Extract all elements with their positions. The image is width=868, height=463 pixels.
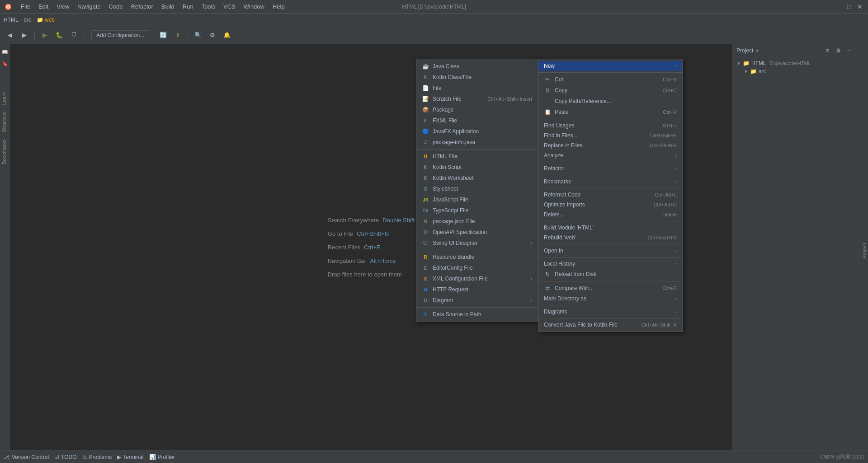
panel-minimize-button[interactable]: ─	[844, 46, 854, 55]
bottom-profiler[interactable]: 📊 Profiler	[149, 454, 175, 460]
ctx-rebuild-web[interactable]: Rebuild 'web' Ctrl+Shift+F9	[538, 233, 682, 243]
toolbar-coverage-button[interactable]: ⛉	[67, 29, 80, 42]
ctx-new[interactable]: New ›	[538, 61, 682, 71]
tree-item-src[interactable]: ▼ 📁 src	[733, 67, 868, 75]
ctx-find-in-files[interactable]: Find in Files... Ctrl+Shift+F	[538, 131, 682, 140]
panel-collapse-all-button[interactable]: ≡	[823, 46, 832, 55]
menu-window[interactable]: Window	[240, 2, 268, 11]
menu-edit[interactable]: Edit	[35, 2, 52, 11]
menu-build[interactable]: Build	[158, 2, 178, 11]
ctx-copy-path[interactable]: Copy Path/Reference...	[538, 96, 682, 107]
ctx-reload-from-disk[interactable]: ↻ Reload from Disk	[538, 269, 682, 280]
ctx-openapi[interactable]: ⚙ OpenAPI Specification	[416, 227, 538, 238]
ctx-kotlin-worksheet[interactable]: K Kotlin Worksheet	[416, 173, 538, 183]
ctx-copy[interactable]: ⎘ Copy Ctrl+C	[538, 85, 682, 96]
ctx-file[interactable]: 📄 File	[416, 83, 538, 94]
ctx-package-info-label: package-info.java	[433, 139, 532, 145]
ctx-swing-ui[interactable]: UI Swing UI Designer ›	[416, 238, 538, 248]
ctx-find-usages[interactable]: Find Usages Alt+F7	[538, 121, 682, 131]
maximize-button[interactable]: □	[845, 3, 853, 10]
menu-code[interactable]: Code	[105, 2, 127, 11]
learn-label[interactable]: Learn	[0, 89, 10, 108]
javafx-icon: 🔵	[422, 128, 429, 135]
tree-item-html-root[interactable]: ▼ 📁 HTML D:\javacode\HTML	[733, 59, 868, 67]
toolbar-forward-button[interactable]: ▶	[18, 29, 31, 42]
toolbar-settings-button[interactable]: ⚙	[206, 29, 219, 42]
panel-dropdown-icon[interactable]: ▼	[755, 48, 760, 53]
menu-tools[interactable]: Tools	[198, 2, 219, 11]
toolbar-notifications-button[interactable]: 🔔	[221, 29, 233, 42]
ctx-resource-bundle[interactable]: R Resource Bundle	[416, 252, 538, 262]
ctx-replace-in-files[interactable]: Replace in Files... Ctrl+Shift+R	[538, 140, 682, 150]
ctx-scratch-file[interactable]: 📝 Scratch File Ctrl+Alt+Shift+Insert	[416, 94, 538, 104]
project-vertical-label[interactable]: Project	[862, 243, 867, 258]
diagrams-arrow-icon: ›	[675, 309, 677, 315]
toolbar-back-button[interactable]: ◀	[4, 29, 16, 42]
menu-help[interactable]: Help	[269, 2, 288, 11]
context-menu-new: ☕ Java Class K Kotlin Class/File 📄 File …	[416, 59, 538, 322]
ctx-diagrams[interactable]: Diagrams ›	[538, 307, 682, 317]
ctx-bookmarks[interactable]: Bookmarks ›	[538, 177, 682, 187]
ctx-data-source-path[interactable]: ⊞ Data Source in Path	[416, 309, 538, 320]
ctx-paste[interactable]: 📋 Paste Ctrl+V	[538, 107, 682, 117]
menu-run[interactable]: Run	[179, 2, 197, 11]
toolbar-vcs-button[interactable]: ⬆	[171, 29, 184, 42]
diagram-icon: D	[422, 297, 429, 304]
ctx-java-class[interactable]: ☕ Java Class	[416, 61, 538, 72]
ctx-kotlin-script[interactable]: K Kotlin Script	[416, 162, 538, 173]
ctx-compare-with[interactable]: ⇄ Compare With... Ctrl+D	[538, 283, 682, 294]
left-sidebar-icon-2[interactable]: 🔖	[1, 60, 9, 68]
ctx-kotlin-class[interactable]: K Kotlin Class/File	[416, 72, 538, 83]
close-button[interactable]: ✕	[856, 3, 863, 10]
toolbar-update-button[interactable]: 🔄	[157, 29, 170, 42]
ctx-js-file[interactable]: JS JavaScript File	[416, 194, 538, 205]
ctx-editorconfig[interactable]: E EditorConfig File	[416, 262, 538, 273]
toolbar-run-button[interactable]: ▶	[38, 29, 51, 42]
add-configuration-button[interactable]: Add Configuration...	[91, 30, 149, 40]
breadcrumb-web[interactable]: 📁 web	[37, 17, 55, 23]
ctx-package[interactable]: 📦 Package	[416, 104, 538, 115]
breadcrumb-src[interactable]: src	[24, 17, 31, 23]
ctx-local-history[interactable]: Local History ›	[538, 259, 682, 269]
panel-settings-button[interactable]: ⚙	[834, 46, 843, 55]
menu-navigate[interactable]: Navigate	[74, 2, 104, 11]
ctx-convert-kotlin[interactable]: Convert Java File to Kotlin File Ctrl+Al…	[538, 320, 682, 330]
ctx-reformat-code[interactable]: Reformat Code Ctrl+Alt+L	[538, 190, 682, 200]
bottom-problems[interactable]: ⚠ Problems	[82, 454, 112, 460]
toolbar-search-button[interactable]: 🔍	[192, 29, 204, 42]
ctx-delete[interactable]: Delete... Delete	[538, 210, 682, 220]
ctx-html-file[interactable]: H HTML File	[416, 151, 538, 162]
menu-refactor[interactable]: Refactor	[127, 2, 157, 11]
ctx-open-in[interactable]: Open In ›	[538, 246, 682, 256]
toolbar-debug-button[interactable]: 🐛	[53, 29, 66, 42]
menu-file[interactable]: File	[17, 2, 34, 11]
bottom-version-control[interactable]: ⎇ Version Control	[4, 454, 49, 460]
menu-view[interactable]: View	[53, 2, 73, 11]
ctx-http-request[interactable]: H HTTP Request	[416, 284, 538, 295]
ctx-diagram[interactable]: D Diagram ›	[416, 295, 538, 306]
ctx-optimize-imports[interactable]: Optimize Imports Ctrl+Alt+O	[538, 200, 682, 210]
ctx-stylesheet[interactable]: S Stylesheet	[416, 183, 538, 194]
ctx-javafx[interactable]: 🔵 JavaFX Application	[416, 126, 538, 137]
breadcrumb-html[interactable]: HTML	[4, 17, 19, 23]
ctx-rebuild-shortcut: Ctrl+Shift+F9	[647, 235, 677, 240]
ctx-analyze[interactable]: Analyze ›	[538, 150, 682, 160]
menu-vcs[interactable]: VCS	[220, 2, 239, 11]
structure-label[interactable]: Structure	[0, 108, 10, 136]
ctx-package-json[interactable]: N package.json File	[416, 216, 538, 227]
minimize-button[interactable]: ─	[835, 3, 842, 10]
ctx-refactor[interactable]: Refactor ›	[538, 164, 682, 173]
ctx-xml-config[interactable]: X XML Configuration File ›	[416, 273, 538, 284]
bottom-terminal[interactable]: ▶ Terminal	[117, 454, 143, 460]
ctx-package-info[interactable]: J package-info.java	[416, 137, 538, 148]
bottom-todo[interactable]: ☑ TODO	[54, 454, 76, 460]
bookmarks-label[interactable]: Bookmarks	[0, 136, 10, 168]
ctx-ts-file[interactable]: TS TypeScript File	[416, 205, 538, 216]
ctx-fxml[interactable]: F FXML File	[416, 115, 538, 126]
ctx-mark-directory[interactable]: Mark Directory as ›	[538, 294, 682, 304]
ctx-cut[interactable]: ✂ Cut Ctrl+X	[538, 74, 682, 85]
ctx-stylesheet-label: Stylesheet	[433, 186, 532, 192]
left-sidebar-icon-1[interactable]: 📖	[1, 48, 9, 56]
ctx-xml-config-label: XML Configuration File	[433, 276, 527, 282]
ctx-build-module[interactable]: Build Module 'HTML'	[538, 223, 682, 233]
